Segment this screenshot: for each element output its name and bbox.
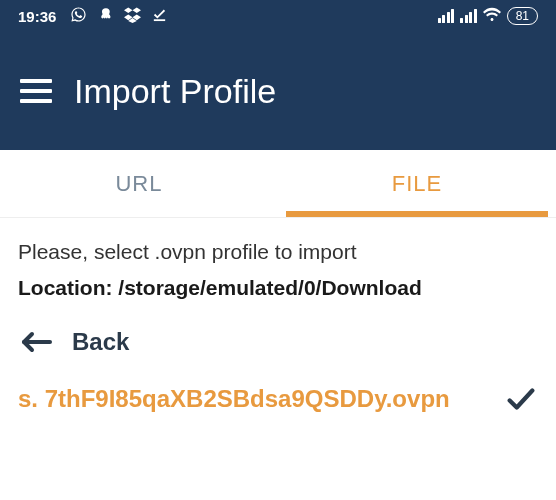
signal-icon-2 [460,9,477,23]
whatsapp-icon [70,6,87,26]
status-time: 19:36 [18,8,56,25]
file-name: s. 7thF9I85qaXB2SBdsa9QSDDy.ovpn [18,384,494,414]
tab-url[interactable]: URL [0,150,278,217]
location-text: Location: /storage/emulated/0/Download [18,276,538,300]
battery-indicator: 81 [507,7,538,25]
tab-url-label: URL [115,171,162,197]
check-underline-icon [151,6,168,26]
tab-file-label: FILE [392,171,442,197]
app-bar: Import Profile [0,32,556,150]
content-area: Please, select .ovpn profile to import L… [0,218,556,416]
tab-file[interactable]: FILE [278,150,556,217]
octopus-icon [97,6,114,26]
battery-level: 81 [516,9,529,23]
file-item[interactable]: s. 7thF9I85qaXB2SBdsa9QSDDy.ovpn [18,382,538,416]
back-button[interactable]: Back [18,328,538,356]
status-bar: 19:36 81 [0,0,556,32]
instruction-text: Please, select .ovpn profile to import [18,240,538,264]
back-arrow-icon [18,330,54,354]
status-left: 19:36 [18,6,168,26]
tab-bar: URL FILE [0,150,556,218]
status-right: 81 [438,6,538,27]
signal-icon-1 [438,9,455,23]
menu-icon[interactable] [20,79,52,103]
check-icon [504,382,538,416]
back-label: Back [72,328,129,356]
dropbox-icon [124,6,141,26]
wifi-icon [483,6,501,27]
page-title: Import Profile [74,72,276,111]
